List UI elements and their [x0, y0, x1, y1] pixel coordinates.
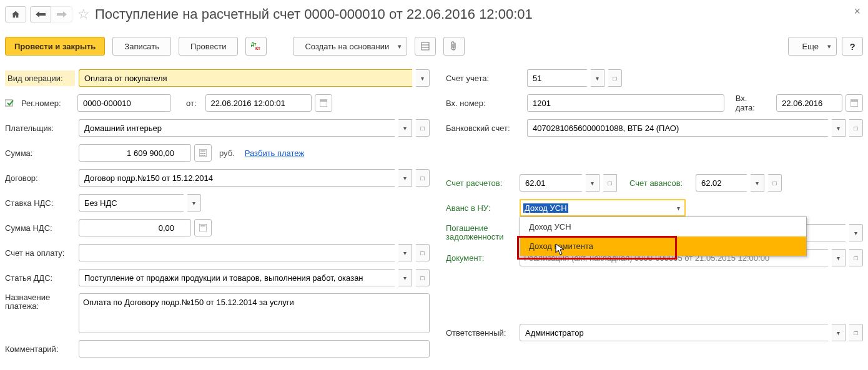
forward-button[interactable]	[51, 6, 72, 22]
home-button[interactable]	[5, 6, 26, 22]
svg-rect-19	[851, 100, 858, 102]
post-and-close-button[interactable]: Провести и закрыть	[5, 37, 105, 56]
svg-rect-2	[422, 42, 429, 50]
vat-rate-label: Ставка НДС:	[5, 198, 75, 208]
resp-field[interactable]	[520, 324, 828, 341]
date-from-label: от:	[186, 99, 197, 108]
row-comment: Комментарий:	[5, 339, 430, 358]
save-button[interactable]: Записать	[112, 37, 171, 56]
help-button[interactable]: ?	[842, 37, 863, 56]
indate-calendar-icon[interactable]	[846, 94, 863, 112]
contract-open-icon[interactable]: □	[416, 169, 430, 187]
row-purpose: Назначение платежа:	[5, 293, 430, 333]
account-field[interactable]	[527, 69, 587, 87]
dds-open-icon[interactable]: □	[416, 269, 430, 286]
svg-point-12	[204, 153, 205, 154]
svg-rect-16	[199, 224, 207, 231]
op-type-field[interactable]	[79, 69, 412, 87]
back-button[interactable]	[30, 6, 51, 22]
payer-field[interactable]	[79, 119, 395, 137]
avans-option-1[interactable]: Доход УСН	[520, 217, 806, 236]
op-type-dropdown-icon[interactable]: ▾	[416, 69, 430, 87]
indate-field[interactable]	[776, 94, 842, 112]
contract-field[interactable]	[79, 169, 395, 187]
payer-open-icon[interactable]: □	[416, 119, 430, 137]
sum-field[interactable]	[79, 144, 191, 162]
svg-rect-17	[200, 225, 205, 226]
avans-option-2[interactable]: Доход комитента	[520, 236, 806, 256]
account-label: Счет учета:	[446, 74, 523, 83]
row-responsible: Ответственный: ▾ □	[446, 323, 863, 342]
structure-button[interactable]	[415, 37, 436, 56]
account-open-icon[interactable]: □	[608, 69, 622, 87]
attach-button[interactable]	[443, 37, 465, 56]
innum-field[interactable]	[527, 94, 724, 112]
vat-sum-field[interactable]	[79, 219, 191, 236]
left-column: Вид операции: ▾ Рег.номер: от: Плательщи…	[5, 69, 430, 358]
row-settle: Счет расчетов: ▾ □ Счет авансов: ▾ □	[446, 173, 863, 192]
vat-rate-field[interactable]	[79, 194, 184, 212]
invoice-open-icon[interactable]: □	[416, 244, 430, 261]
bank-open-icon[interactable]: □	[849, 119, 863, 137]
purpose-label: Назначение платежа:	[5, 293, 75, 311]
favorite-icon[interactable]: ☆	[77, 6, 90, 22]
purpose-field[interactable]	[79, 293, 430, 333]
advance-acc-dropdown-icon[interactable]: ▾	[751, 174, 764, 192]
post-button[interactable]: Провести	[179, 37, 239, 56]
settle-field[interactable]	[520, 174, 582, 192]
avans-dropdown-list: Доход УСН Доход комитента	[520, 217, 807, 256]
row-vat-rate: Ставка НДС: ▾	[5, 193, 430, 212]
dtkt-button[interactable]: Дт Кт	[245, 37, 267, 56]
settle-open-icon[interactable]: □	[603, 174, 617, 192]
row-payer: Плательщик: ▾ □	[5, 119, 430, 137]
contract-dropdown-icon[interactable]: ▾	[398, 169, 412, 187]
resp-label: Ответственный:	[446, 328, 516, 338]
payer-dropdown-icon[interactable]: ▾	[398, 119, 412, 137]
avans-label: Аванс в НУ:	[446, 203, 516, 213]
title-bar: ☆ Поступление на расчетный счет 0000-000…	[5, 4, 863, 25]
doc-dropdown-icon[interactable]: ▾	[832, 249, 846, 266]
row-regnum: Рег.номер: от:	[5, 94, 430, 112]
more-button[interactable]: Еще	[788, 37, 837, 56]
split-payment-link[interactable]: Разбить платеж	[245, 148, 304, 158]
date-from-calendar-icon[interactable]	[315, 94, 332, 112]
sum-calc-icon[interactable]	[194, 144, 212, 162]
debt-dropdown-icon[interactable]: ▾	[849, 224, 863, 241]
date-from-field[interactable]	[205, 94, 312, 112]
invoice-label: Счет на оплату:	[5, 248, 75, 258]
dds-field[interactable]	[79, 269, 395, 286]
dds-dropdown-icon[interactable]: ▾	[398, 269, 412, 286]
bank-field[interactable]	[527, 119, 828, 137]
avans-field[interactable]: Доход УСН	[520, 199, 672, 217]
invoice-dropdown-icon[interactable]: ▾	[398, 244, 412, 261]
settle-dropdown-icon[interactable]: ▾	[586, 174, 599, 192]
sum-unit: руб.	[219, 148, 235, 158]
svg-point-11	[202, 153, 204, 154]
avans-field-wrapper: Доход УСН ▾ Доход УСН Доход комитента	[520, 199, 686, 217]
account-dropdown-icon[interactable]: ▾	[591, 69, 604, 87]
bank-dropdown-icon[interactable]: ▾	[832, 119, 846, 137]
row-invoice: Счет на оплату: ▾ □	[5, 243, 430, 262]
svg-text:Кт: Кт	[255, 46, 260, 51]
resp-open-icon[interactable]: □	[849, 324, 863, 341]
svg-rect-7	[320, 100, 327, 102]
right-column: Счет учета: ▾ □ Вх. номер: Вх. дата: Бан…	[446, 69, 863, 358]
doc-label: Документ:	[446, 253, 516, 263]
posted-icon	[5, 99, 17, 107]
doc-open-icon[interactable]: □	[849, 249, 863, 266]
close-button[interactable]: ×	[854, 5, 861, 18]
avans-dropdown-icon[interactable]: ▾	[672, 199, 686, 217]
resp-dropdown-icon[interactable]: ▾	[832, 324, 846, 341]
create-based-button[interactable]: Создать на основании	[293, 37, 407, 56]
advance-acc-open-icon[interactable]: □	[768, 174, 782, 192]
vat-rate-dropdown-icon[interactable]: ▾	[187, 194, 201, 212]
settle-label: Счет расчетов:	[446, 178, 516, 188]
row-vat-sum: Сумма НДС:	[5, 218, 430, 237]
op-type-label: Вид операции:	[5, 71, 75, 86]
svg-point-14	[202, 155, 204, 156]
advance-acc-field[interactable]	[696, 174, 747, 192]
regnum-field[interactable]	[77, 94, 171, 112]
vat-sum-calc-icon[interactable]	[194, 219, 212, 236]
comment-field[interactable]	[79, 340, 430, 358]
invoice-field[interactable]	[79, 244, 395, 261]
